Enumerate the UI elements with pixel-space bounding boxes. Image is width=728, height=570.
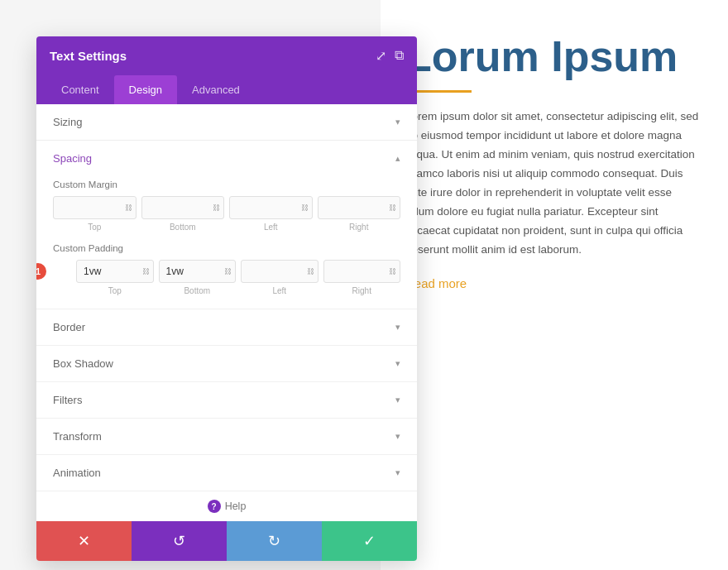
margin-bottom-cell: ⛓ [141, 196, 225, 219]
undo-button[interactable]: ↺ [132, 521, 227, 561]
sizing-section-row[interactable]: Sizing ▾ [36, 104, 417, 140]
panel-header: Text Settings ⤢ ⧉ [36, 36, 417, 75]
margin-left-cell: ⛓ [229, 196, 313, 219]
padding-right-label: Right [323, 286, 401, 295]
panel-tabs: Content Design Advanced [36, 75, 417, 104]
padding-bottom-cell: ⛓ [159, 260, 237, 283]
margin-bottom-input[interactable] [141, 196, 225, 219]
spacing-chevron: ▴ [395, 153, 400, 164]
sizing-label: Sizing [53, 116, 82, 128]
custom-margin-label: Custom Margin [53, 180, 400, 189]
preview-read-more: Read more [405, 276, 703, 290]
tab-advanced[interactable]: Advanced [177, 75, 255, 104]
padding-left-link-icon: ⛓ [307, 267, 314, 275]
padding-top-link-icon: ⛓ [142, 267, 150, 275]
margin-bottom-label: Bottom [141, 223, 225, 232]
cancel-icon: ✕ [78, 532, 90, 550]
spacing-section-content: Custom Margin ⛓ ⛓ ⛓ [36, 176, 417, 309]
animation-label: Animation [53, 467, 101, 479]
margin-labels: Top Bottom Left Right [53, 223, 400, 232]
panel-header-icons: ⤢ ⧉ [376, 48, 404, 64]
margin-left-input[interactable] [229, 196, 313, 219]
margin-right-cell: ⛓ [318, 196, 401, 219]
border-section-row[interactable]: Border ▾ [36, 309, 417, 345]
padding-badge: 1 [36, 263, 46, 280]
boxshadow-label: Box Shadow [53, 357, 113, 370]
panel-title: Text Settings [50, 49, 127, 63]
animation-section-row[interactable]: Animation ▾ [36, 454, 417, 491]
filters-label: Filters [53, 394, 82, 406]
filters-section-row[interactable]: Filters ▾ [36, 381, 417, 418]
margin-top-link-icon: ⛓ [125, 204, 132, 212]
margin-left-link-icon: ⛓ [301, 204, 309, 212]
help-button[interactable]: ? Help [208, 500, 247, 513]
save-button[interactable]: ✓ [322, 521, 417, 561]
columns-icon[interactable]: ⧉ [395, 48, 404, 64]
panel-body: Sizing ▾ Spacing ▴ Custom Margin ⛓ [36, 104, 417, 491]
margin-top-cell: ⛓ [53, 196, 136, 219]
spacing-section-row[interactable]: Spacing ▴ [36, 140, 417, 176]
padding-labels: Top Bottom Left Right [53, 286, 400, 295]
filters-chevron: ▾ [395, 395, 400, 405]
undo-icon: ↺ [173, 532, 185, 550]
redo-icon: ↻ [268, 532, 280, 550]
border-chevron: ▾ [395, 322, 400, 333]
tab-content[interactable]: Content [46, 75, 114, 104]
margin-input-row: ⛓ ⛓ ⛓ ⛓ [53, 196, 400, 219]
padding-top-cell: ⛓ [76, 260, 154, 283]
boxshadow-section-row[interactable]: Box Shadow ▾ [36, 345, 417, 381]
redo-button[interactable]: ↻ [227, 521, 322, 561]
transform-section-row[interactable]: Transform ▾ [36, 418, 417, 454]
margin-top-input[interactable] [53, 196, 136, 219]
cancel-button[interactable]: ✕ [36, 521, 132, 561]
custom-padding-container: Custom Padding 1 ⛓ ⛓ ⛓ [53, 243, 400, 295]
help-icon: ? [208, 500, 221, 513]
action-buttons: ✕ ↺ ↻ ✓ [36, 521, 417, 561]
padding-left-cell: ⛓ [241, 260, 318, 283]
margin-bottom-link-icon: ⛓ [213, 204, 220, 212]
padding-right-cell: ⛓ [323, 260, 401, 283]
transform-chevron: ▾ [395, 431, 400, 442]
transform-label: Transform [53, 430, 102, 443]
padding-left-label: Left [241, 286, 318, 295]
border-label: Border [53, 321, 85, 333]
padding-top-label: Top [76, 286, 154, 295]
custom-padding-label: Custom Padding [53, 243, 400, 253]
margin-right-input[interactable] [318, 196, 401, 219]
preview-body: Lorem ipsum dolor sit amet, consectetur … [405, 108, 703, 260]
animation-chevron: ▾ [395, 467, 400, 478]
website-preview: Lorum Ipsum Lorem ipsum dolor sit amet, … [381, 0, 728, 570]
sizing-chevron: ▾ [395, 117, 400, 127]
padding-bottom-label: Bottom [159, 286, 237, 295]
margin-left-label: Left [229, 223, 313, 232]
boxshadow-chevron: ▾ [395, 358, 400, 369]
save-icon: ✓ [363, 532, 376, 550]
margin-right-link-icon: ⛓ [389, 204, 396, 212]
margin-top-label: Top [53, 223, 136, 232]
spacing-label: Spacing [53, 152, 92, 165]
preview-heading: Lorum Ipsum [405, 33, 703, 80]
tab-design[interactable]: Design [114, 75, 177, 104]
padding-right-link-icon: ⛓ [389, 267, 396, 275]
settings-panel: Text Settings ⤢ ⧉ Content Design Advance… [36, 36, 417, 561]
padding-input-row: 1 ⛓ ⛓ ⛓ [53, 260, 400, 283]
padding-bottom-link-icon: ⛓ [224, 267, 232, 275]
help-label: Help [225, 501, 247, 512]
screen: Lorum Ipsum Lorem ipsum dolor sit amet, … [0, 0, 728, 570]
fullscreen-icon[interactable]: ⤢ [376, 48, 386, 64]
panel-footer: ? Help [36, 491, 417, 521]
margin-right-label: Right [318, 223, 401, 232]
